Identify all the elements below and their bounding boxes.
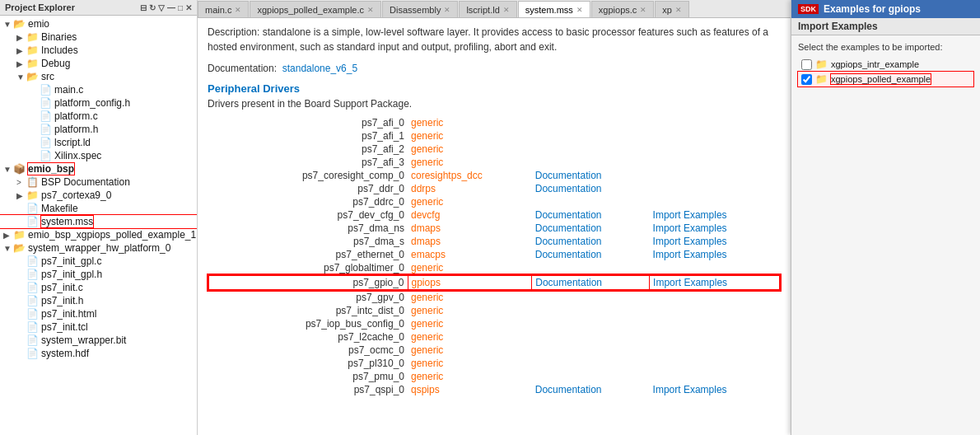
tab-close-system_mss[interactable]: ✕ (576, 6, 583, 14)
tree-item-binaries[interactable]: ▶📁Binaries (0, 30, 197, 44)
example-checkbox-xgpiops_intr_example[interactable] (801, 59, 812, 70)
tree-label-ps7_init_gpl_h: ps7_init_gpl.h (41, 269, 102, 280)
tab-disassembly[interactable]: Disassembly✕ (382, 1, 458, 17)
tree-label-ps7_init_html: ps7_init.html (41, 308, 96, 320)
tree-item-ps7_init_h[interactable]: 📄ps7_init.h (0, 294, 197, 307)
example-item-xgpiops_polled_example[interactable]: 📁xgpiops_polled_example (798, 72, 973, 87)
tree-item-debug[interactable]: ▶📁Debug (0, 57, 197, 70)
doc-link-ps7_dma_s[interactable]: Documentation (535, 236, 602, 247)
example-item-xgpiops_intr_example[interactable]: 📁xgpiops_intr_example (798, 57, 973, 72)
tree-arrow-bsp_doc: > (16, 178, 26, 187)
tree-item-makefile[interactable]: 📄Makefile (0, 202, 197, 215)
import-link-ps7_ethernet_0[interactable]: Import Examples (653, 249, 727, 260)
maximize-icon[interactable]: □ (178, 3, 183, 12)
import-link-ps7_qspi_0[interactable]: Import Examples (653, 384, 727, 395)
tree-item-platform_h[interactable]: 📄platform.h (0, 123, 197, 136)
driver-doc-ps7_qspi_0[interactable]: Documentation (532, 383, 650, 396)
tree-item-system_wrapper_bit[interactable]: 📄system_wrapper.bit (0, 334, 197, 347)
doc-link-ps7_qspi_0[interactable]: Documentation (535, 384, 602, 395)
driver-table: ps7_afi_0genericps7_afi_1genericps7_afi_… (208, 116, 781, 396)
driver-row-ps7_iop_bus_config_0: ps7_iop_bus_config_0generic (208, 317, 780, 330)
driver-import-ps7_dev_cfg_0[interactable]: Import Examples (650, 208, 780, 222)
example-checkbox-xgpiops_polled_example[interactable] (801, 74, 812, 85)
tree-item-platform_config_h[interactable]: 📄platform_config.h (0, 96, 197, 110)
tab-close-main_c[interactable]: ✕ (235, 6, 241, 14)
driver-import-ps7_dma_ns[interactable]: Import Examples (650, 222, 780, 235)
tab-xp[interactable]: xp✕ (655, 1, 689, 17)
tab-close-xgpiops_c[interactable]: ✕ (640, 6, 646, 14)
driver-row-ps7_ethernet_0: ps7_ethernet_0emacpsDocumentationImport … (208, 248, 780, 261)
driver-doc-ps7_afi_3 (532, 156, 650, 169)
driver-type-ps7_ethernet_0: emacps (408, 248, 532, 261)
tree-item-system_mss[interactable]: 📄system.mss (0, 215, 197, 228)
driver-import-ps7_ethernet_0[interactable]: Import Examples (650, 248, 780, 261)
driver-import-ps7_pmu_0 (650, 370, 780, 383)
close-icon[interactable]: ✕ (185, 3, 192, 12)
doc-link-ps7_ddr_0[interactable]: Documentation (535, 183, 602, 194)
doc-link-ps7_gpio_0[interactable]: Documentation (535, 277, 602, 288)
dialog-header: SDK Examples for gpiops (791, 0, 980, 18)
doc-link[interactable]: standalone_v6_5 (282, 63, 357, 74)
tab-main_c[interactable]: main.c✕ (198, 1, 249, 17)
doc-link-ps7_coresight_comp_0[interactable]: Documentation (535, 170, 602, 181)
driver-doc-ps7_globaltimer_0 (532, 261, 650, 275)
driver-name-ps7_pmu_0: ps7_pmu_0 (208, 370, 408, 383)
section-desc: Drivers present in the Board Support Pac… (208, 98, 781, 110)
tree-item-system_hdf[interactable]: 📄system.hdf (0, 347, 197, 360)
driver-doc-ps7_ddr_0[interactable]: Documentation (532, 182, 650, 195)
driver-name-ps7_intc_dist_0: ps7_intc_dist_0 (208, 304, 408, 317)
filter-icon[interactable]: ▽ (158, 3, 165, 12)
tree-item-xilinx_spec[interactable]: 📄Xilinx.spec (0, 149, 197, 162)
tree-item-system_wrapper[interactable]: ▼📂system_wrapper_hw_platform_0 (0, 241, 197, 255)
tab-system_mss[interactable]: system.mss✕ (518, 1, 590, 17)
tree-icon-folder: 📂 (26, 71, 39, 82)
tree-item-ps7_init_html[interactable]: 📄ps7_init.html (0, 307, 197, 320)
doc-link-ps7_ethernet_0[interactable]: Documentation (535, 249, 602, 260)
tab-lscript_ld[interactable]: lscript.ld✕ (459, 1, 516, 17)
driver-doc-ps7_dev_cfg_0[interactable]: Documentation (532, 208, 650, 222)
tree-item-ps7_init_gpl_c[interactable]: 📄ps7_init_gpl.c (0, 255, 197, 268)
tree-item-emio_bsp[interactable]: ▼📦emio_bsp (0, 162, 197, 175)
sync-icon[interactable]: ↻ (149, 3, 156, 12)
tree-item-ps7_init_c[interactable]: 📄ps7_init.c (0, 281, 197, 294)
tree-item-main_c[interactable]: 📄main.c (0, 83, 197, 96)
doc-link-ps7_dma_ns[interactable]: Documentation (535, 222, 602, 234)
driver-doc-ps7_coresight_comp_0[interactable]: Documentation (532, 169, 650, 182)
tree-arrow-ps7_cortexa9_0: ▶ (16, 191, 26, 200)
tab-label-xgpiops_c: xgpiops.c (599, 5, 637, 15)
import-link-ps7_dma_ns[interactable]: Import Examples (653, 222, 727, 234)
import-link-ps7_dma_s[interactable]: Import Examples (653, 236, 727, 247)
tree-item-lscript_ld[interactable]: 📄lscript.ld (0, 136, 197, 149)
tree-item-src[interactable]: ▼📂src (0, 70, 197, 83)
tab-close-lscript_ld[interactable]: ✕ (503, 6, 510, 14)
driver-import-ps7_globaltimer_0 (650, 261, 780, 275)
tab-xgpiops_polled[interactable]: xgpiops_polled_example.c✕ (250, 1, 381, 17)
tab-close-xp[interactable]: ✕ (675, 6, 682, 14)
driver-import-ps7_dma_s[interactable]: Import Examples (650, 235, 780, 248)
driver-doc-ps7_gpio_0[interactable]: Documentation (532, 275, 650, 290)
tab-close-xgpiops_polled[interactable]: ✕ (367, 6, 374, 14)
doc-link-ps7_dev_cfg_0[interactable]: Documentation (535, 209, 602, 221)
tree-item-ps7_init_gpl_h[interactable]: 📄ps7_init_gpl.h (0, 268, 197, 281)
driver-doc-ps7_dma_s[interactable]: Documentation (532, 235, 650, 248)
import-link-ps7_gpio_0[interactable]: Import Examples (653, 277, 727, 288)
driver-doc-ps7_ethernet_0[interactable]: Documentation (532, 248, 650, 261)
collapse-icon[interactable]: ⊟ (140, 3, 147, 12)
driver-name-ps7_afi_0: ps7_afi_0 (208, 116, 408, 129)
tab-close-disassembly[interactable]: ✕ (444, 6, 450, 14)
driver-doc-ps7_dma_ns[interactable]: Documentation (532, 222, 650, 235)
tree-item-ps7_init_tcl[interactable]: 📄ps7_init.tcl (0, 320, 197, 334)
import-link-ps7_dev_cfg_0[interactable]: Import Examples (653, 209, 727, 221)
driver-import-ps7_qspi_0[interactable]: Import Examples (650, 383, 780, 396)
tree-item-bsp_doc[interactable]: >📋BSP Documentation (0, 175, 197, 189)
dialog-content: Select the examples to be imported: 📁xgp… (791, 35, 980, 435)
tab-xgpiops_c[interactable]: xgpiops.c✕ (591, 1, 654, 17)
minimize-icon[interactable]: — (167, 3, 175, 12)
driver-import-ps7_gpio_0[interactable]: Import Examples (650, 275, 780, 290)
driver-name-ps7_l2cache_0: ps7_l2cache_0 (208, 330, 408, 344)
tree-item-includes[interactable]: ▶📁Includes (0, 44, 197, 57)
tree-item-emio[interactable]: ▼📂emio (0, 17, 197, 30)
tree-item-emio_bsp_xgpiops[interactable]: ▶📁emio_bsp_xgpiops_polled_example_1 (0, 228, 197, 241)
tree-item-ps7_cortexa9_0[interactable]: ▶📁ps7_cortexa9_0 (0, 189, 197, 202)
tree-item-platform_c[interactable]: 📄platform.c (0, 110, 197, 123)
